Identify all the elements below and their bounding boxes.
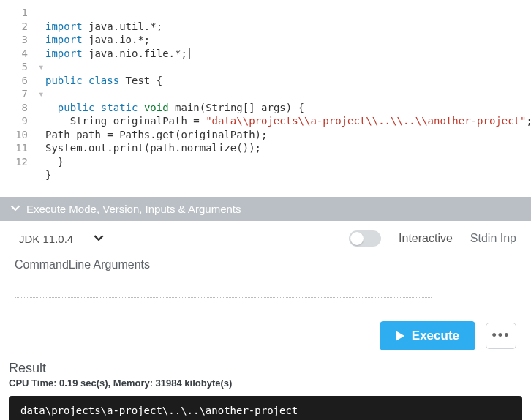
kw-import: import <box>45 20 83 32</box>
line-number: 3 <box>0 33 28 47</box>
code-text: System.out.print(path.normalize()); <box>45 142 261 154</box>
kw-static: static <box>94 102 138 113</box>
line-number: 4 <box>0 47 28 61</box>
kw-public: public <box>45 75 83 86</box>
stdin-inputs-label: Stdin Inp <box>470 232 516 245</box>
kw-public: public <box>58 102 95 113</box>
kw-import: import <box>45 48 83 59</box>
chevron-down-icon <box>10 203 20 215</box>
code-text: Test { <box>119 75 162 86</box>
code-text: } <box>58 156 64 168</box>
code-text: java.util.*; <box>83 20 163 32</box>
code-area[interactable]: import java.util.*; import java.io.*; im… <box>45 6 531 182</box>
jdk-select[interactable]: JDK 11.0.4 <box>15 230 108 248</box>
line-number: 6 <box>0 74 28 88</box>
line-number: 9 <box>0 114 28 128</box>
execute-panel-header[interactable]: Execute Mode, Version, Inputs & Argument… <box>0 197 531 221</box>
interactive-toggle[interactable] <box>349 230 381 247</box>
code-text: java.nio.file.*; <box>83 48 187 59</box>
commandline-args-input[interactable] <box>15 277 432 298</box>
more-button[interactable]: ••• <box>486 323 516 349</box>
jdk-select-label: JDK 11.0.4 <box>19 233 73 245</box>
code-text: } <box>45 169 51 181</box>
execute-button-label: Execute <box>412 329 459 343</box>
code-text: java.io.*; <box>83 34 151 45</box>
line-number: 2 <box>0 20 28 34</box>
line-number: 11 <box>0 141 28 155</box>
kw-void: void <box>138 102 168 113</box>
console-output: data\projects\a-project\..\..\another-pr… <box>9 396 522 421</box>
execute-button[interactable]: Execute <box>380 321 475 350</box>
play-icon <box>396 331 404 341</box>
code-text: ; <box>526 115 531 127</box>
line-number: 8 <box>0 101 28 115</box>
code-text: main(String[] args) { <box>169 102 304 113</box>
line-number: 12 <box>0 155 28 169</box>
result-meta: CPU Time: 0.19 sec(s), Memory: 31984 kil… <box>0 378 531 396</box>
execute-panel-body: JDK 11.0.4 Interactive Stdin Inp Command… <box>0 221 531 315</box>
code-text: String originalPath = <box>70 115 206 127</box>
result-heading: Result <box>0 361 531 378</box>
line-number: ▾5 <box>0 60 28 74</box>
code-text: Path path = Paths.get(originalPath); <box>45 129 267 140</box>
actions-row: Execute ••• <box>0 315 531 361</box>
gutter: 1 2 3 4 ▾5 6 ▾7 8 9 10 11 12 <box>0 6 37 168</box>
toggle-knob <box>350 232 364 245</box>
kw-import: import <box>45 34 83 45</box>
code-editor[interactable]: 1 2 3 4 ▾5 6 ▾7 8 9 10 11 12 import java… <box>0 0 531 197</box>
ellipsis-icon: ••• <box>492 328 511 343</box>
commandline-args-label: CommandLine Arguments <box>15 258 516 271</box>
line-number: 1 <box>0 6 28 20</box>
cursor-icon <box>189 48 190 59</box>
chevron-down-icon <box>94 233 104 245</box>
line-number: ▾7 <box>0 87 28 101</box>
interactive-label: Interactive <box>399 232 453 245</box>
kw-class: class <box>83 75 120 86</box>
line-number: 10 <box>0 128 28 142</box>
panel-title: Execute Mode, Version, Inputs & Argument… <box>26 203 241 215</box>
string-literal: "data\\projects\\a-project\\..\\..\\anot… <box>206 115 526 127</box>
